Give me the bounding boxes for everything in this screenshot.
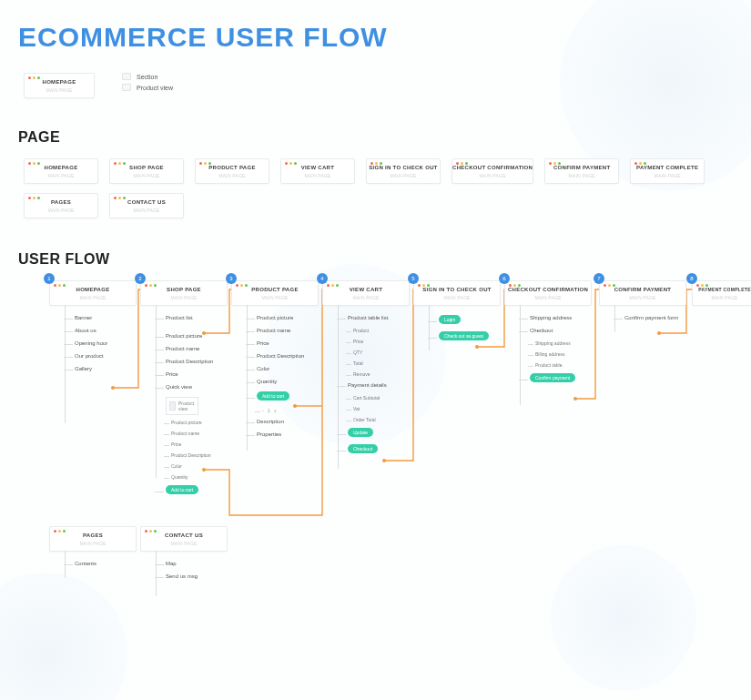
flow-product: 3 PRODUCT PAGE MAIN PAGE Product picture…: [231, 280, 319, 444]
flow-subitem: Product Description: [140, 452, 228, 458]
flow-page-card[interactable]: PAGES MAIN PAGE: [49, 526, 137, 552]
flow-subitem: Product picture: [140, 420, 228, 425]
flow-item: Payment details: [322, 382, 410, 388]
page-card[interactable]: CONFIRM PAYMENTMAIN PAGE: [544, 158, 619, 184]
step-badge: 7: [594, 273, 604, 284]
flow-action[interactable]: Update: [322, 428, 410, 437]
page-card[interactable]: PAGESMAIN PAGE: [24, 193, 98, 218]
flow-action[interactable]: Confirm payment: [504, 373, 592, 382]
flow-page-card[interactable]: CHECKOUT CONFIRMATION MAIN PAGE: [504, 280, 592, 306]
flow-contact: CONTACT US MAIN PAGE Map Send us msg: [140, 526, 228, 586]
flow-item: Product Description: [231, 353, 319, 359]
flow-page-card[interactable]: CONFIRM PAYMENT MAIN PAGE: [599, 280, 686, 306]
page-card[interactable]: PAYMENT COMPLETEMAIN PAGE: [630, 158, 705, 184]
flow-subitem: Price: [322, 339, 410, 344]
flow-subitem: Remove: [322, 371, 410, 377]
flow-item: Product picture: [140, 333, 228, 339]
flow-page-card[interactable]: PAYMENT COMPLETE MAIN PAGE: [692, 280, 751, 306]
flow-item: Product picture: [231, 315, 319, 320]
flow-subitem: Vat: [322, 406, 410, 411]
flow-subitem: Color: [140, 463, 228, 469]
svg-point-0: [111, 386, 115, 390]
diagram-title: ECOMMERCE USER FLOW: [18, 22, 733, 53]
flow-item: Properties: [231, 431, 319, 437]
flow-subitem: Product name: [140, 431, 228, 436]
flow-checkout: 6 CHECKOUT CONFIRMATION MAIN PAGE Shippi…: [504, 280, 592, 390]
flow-subitem: Product table: [504, 362, 592, 368]
page-card[interactable]: PRODUCT PAGEMAIN PAGE: [195, 158, 269, 184]
product-view-box: Product view: [166, 397, 198, 415]
page-grid: HOMEPAGEMAIN PAGE SHOP PAGEMAIN PAGE PRO…: [24, 158, 733, 184]
flow-homepage: 1 HOMEPAGE MAIN PAGE Banner About us Ope…: [49, 280, 137, 379]
flow-page-card[interactable]: HOMEPAGE MAIN PAGE: [49, 280, 137, 306]
page-card[interactable]: CHECKOUT CONFIRMATIONMAIN PAGE: [452, 158, 533, 184]
flow-item: Map: [140, 561, 228, 566]
step-badge: 6: [499, 273, 510, 284]
page-card[interactable]: HOMEPAGEMAIN PAGE: [24, 158, 98, 184]
flow-page-card[interactable]: PRODUCT PAGE MAIN PAGE: [231, 280, 319, 306]
step-badge: 8: [686, 273, 697, 284]
flow-confirm: 7 CONFIRM PAYMENT MAIN PAGE Confirm paym…: [599, 280, 686, 328]
flow-subitem: Quantity: [140, 474, 228, 480]
legend-page-card: HOMEPAGE MAIN PAGE: [24, 73, 95, 98]
page-card[interactable]: SHOP PAGEMAIN PAGE: [109, 158, 184, 184]
step-badge: 4: [317, 273, 328, 284]
section-heading-userflow: USER FLOW: [18, 251, 733, 268]
flow-action[interactable]: Login: [413, 315, 501, 324]
legend-card-sub: MAIN PAGE: [25, 87, 94, 93]
flow-cart: 4 VIEW CART MAIN PAGE Product table list…: [322, 280, 410, 461]
flow-item: Banner: [49, 315, 137, 320]
legend: HOMEPAGE MAIN PAGE Section Product view: [24, 73, 733, 98]
flow-complete: 8 PAYMENT COMPLETE MAIN PAGE: [692, 280, 751, 306]
flow-item: Checkout: [504, 328, 592, 333]
legend-productview-row: Product view: [122, 84, 173, 91]
flow-area: 1 HOMEPAGE MAIN PAGE Banner About us Ope…: [22, 280, 733, 626]
flow-item: Confirm payment form: [599, 315, 686, 320]
flow-item: Price: [140, 371, 228, 377]
flow-subitem: Total: [322, 360, 410, 366]
flow-subitem: QTY: [322, 350, 410, 355]
flow-shop: 2 SHOP PAGE MAIN PAGE Product list Produ…: [140, 280, 228, 502]
flow-item: Quantity: [231, 379, 319, 384]
flow-action[interactable]: Add to cart: [231, 391, 319, 401]
flow-page-card[interactable]: SHOP PAGE MAIN PAGE: [140, 280, 228, 306]
flow-item: Price: [231, 340, 319, 346]
flow-subitem: Shipping address: [504, 340, 592, 346]
flow-subitem: Order Total: [322, 417, 410, 422]
flow-action[interactable]: Checkout: [322, 444, 410, 453]
flow-item: Quick view: [140, 384, 228, 390]
flow-subitem: Billing address: [504, 351, 592, 357]
flow-item: Opening hour: [49, 340, 137, 346]
flow-item: Color: [231, 366, 319, 371]
flow-action[interactable]: Add to cart: [140, 485, 228, 494]
flow-signin: 5 SIGN IN TO CHECK OUT MAIN PAGE Login C…: [413, 280, 501, 348]
legend-section-row: Section: [122, 73, 173, 80]
flow-item: Send us msg: [140, 573, 228, 579]
step-badge: 1: [44, 273, 55, 284]
step-badge: 3: [226, 273, 237, 284]
flow-item: About us: [49, 328, 137, 333]
svg-point-7: [657, 331, 661, 335]
flow-item: Gallery: [49, 366, 137, 371]
flow-item: Product list: [140, 315, 228, 320]
page-grid-row2: PAGESMAIN PAGE CONTACT USMAIN PAGE: [24, 193, 733, 218]
page-card[interactable]: VIEW CARTMAIN PAGE: [280, 158, 355, 184]
flow-page-card[interactable]: SIGN IN TO CHECK OUT MAIN PAGE: [413, 280, 501, 306]
flow-item: Our product: [49, 353, 137, 359]
flow-subitem: Product: [322, 328, 410, 333]
flow-item: Product name: [231, 328, 319, 333]
flow-subitem: Price: [140, 441, 228, 447]
svg-point-6: [573, 397, 577, 401]
flow-item: Description: [231, 419, 319, 424]
flow-subitem: Cart Subtotal: [322, 395, 410, 401]
flow-item: Product Description: [140, 359, 228, 364]
page-card[interactable]: SIGN IN TO CHECK OUTMAIN PAGE: [366, 158, 441, 184]
flow-pages: PAGES MAIN PAGE Contents: [49, 526, 137, 573]
section-heading-page: PAGE: [18, 129, 733, 146]
step-badge: 5: [408, 273, 419, 284]
flow-page-card[interactable]: VIEW CART MAIN PAGE: [322, 280, 410, 306]
flow-action[interactable]: Check out as guest: [413, 331, 501, 340]
flow-item: Product table list: [322, 315, 410, 320]
page-card[interactable]: CONTACT USMAIN PAGE: [109, 193, 184, 218]
flow-page-card[interactable]: CONTACT US MAIN PAGE: [140, 526, 228, 552]
